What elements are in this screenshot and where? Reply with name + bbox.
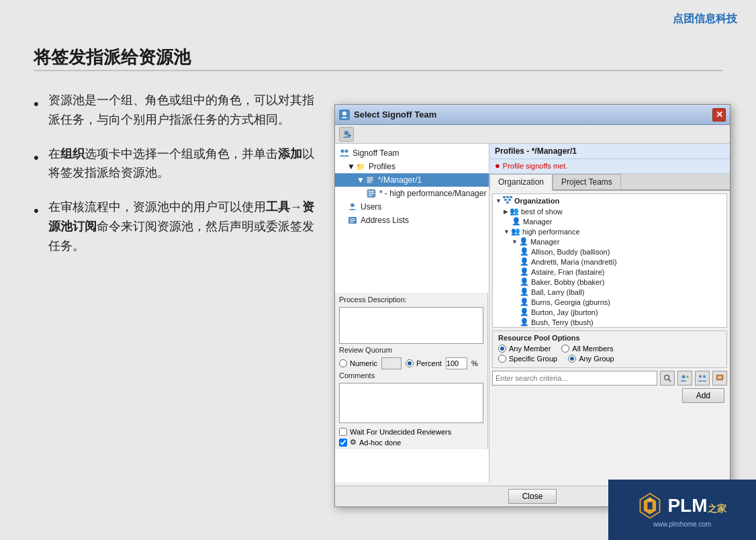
org-item-burns[interactable]: 👤 Burns, Georgia (gburns) xyxy=(493,297,726,307)
comments-input[interactable] xyxy=(339,383,483,423)
org-item-burton[interactable]: 👤 Burton, Jay (jburton) xyxy=(493,307,726,317)
adhoc-label: Ad-hoc done xyxy=(359,439,401,447)
svg-point-0 xyxy=(342,111,346,116)
process-description-input[interactable] xyxy=(339,307,483,344)
org-item-organization[interactable]: ▼ Organization xyxy=(493,195,726,206)
review-quorum-label: Review Quorum xyxy=(339,346,483,354)
org-item-label: Burns, Georgia (gburns) xyxy=(531,298,610,306)
expand-arrow: ▼ xyxy=(512,238,518,245)
svg-point-28 xyxy=(686,375,689,378)
dialog-titlebar: Select Signoff Team ✕ xyxy=(335,105,730,125)
percent-label: Percent xyxy=(416,359,442,367)
search-go-button[interactable] xyxy=(660,371,675,386)
tree-item-high-performance[interactable]: * - high performance/Manager xyxy=(335,187,489,200)
numeric-radio[interactable] xyxy=(339,359,347,367)
add-button-row: Add xyxy=(489,387,730,404)
plm-logo-section: PLM之家 www.plmhome.com xyxy=(608,480,756,540)
rp-specific-group-option[interactable]: Specific Group xyxy=(498,355,557,363)
plm-logo-icon xyxy=(638,492,662,519)
rp-specific-group-radio[interactable] xyxy=(498,355,506,363)
svg-point-27 xyxy=(682,375,686,379)
search-users-button[interactable] xyxy=(677,371,692,386)
tab-organization[interactable]: Organization xyxy=(489,174,553,191)
plm-text-group: PLM之家 xyxy=(667,495,726,516)
org-item-astaire[interactable]: 👤 Astaire, Fran (fastaire) xyxy=(493,267,726,277)
org-item-ball[interactable]: 👤 Ball, Larry (lball) xyxy=(493,287,726,297)
org-item-best-of-show[interactable]: ▶ 👥 best of show xyxy=(493,206,726,216)
numeric-label: Numeric xyxy=(350,359,377,367)
rp-any-member-label: Any Member xyxy=(509,345,551,353)
tree-item-profiles[interactable]: ▼ 📁 Profiles xyxy=(335,160,489,173)
rp-options-row1: Any Member All Members xyxy=(498,345,721,353)
org-tree-panel[interactable]: ▼ Organization ▶ 👥 best of show 👤 Manage… xyxy=(492,193,727,328)
numeric-option[interactable]: Numeric xyxy=(339,359,377,367)
team-icon xyxy=(339,148,350,159)
tree-item-users[interactable]: Users xyxy=(335,200,489,214)
org-item-label: Baker, Bobby (bbaker) xyxy=(531,278,604,286)
search-input[interactable] xyxy=(492,371,657,386)
page-title: 将签发指派给资源池 xyxy=(34,46,191,69)
svg-point-30 xyxy=(703,375,706,378)
percent-input[interactable] xyxy=(446,357,467,369)
tree-item-address-lists[interactable]: Address Lists xyxy=(335,214,489,227)
user-icon: 👤 xyxy=(520,247,529,256)
list-item: • 资源池是一个组、角色或组中的角色，可以对其指派任务，与向个别用户指派任务的方… xyxy=(34,91,322,130)
org-item-bush[interactable]: 👤 Bush, Terry (tbush) xyxy=(493,317,726,327)
dialog-title: Select Signoff Team xyxy=(339,109,436,120)
org-item-label: Manager xyxy=(523,218,552,226)
rp-all-members-option[interactable]: All Members xyxy=(561,345,613,353)
toolbar-add-icon[interactable] xyxy=(339,127,354,142)
rp-any-group-option[interactable]: Any Group xyxy=(568,355,614,363)
tree-item-label: Signoff Team xyxy=(352,148,399,158)
dialog-close-button[interactable]: ✕ xyxy=(712,108,726,122)
adhoc-done-row: ⚙ Ad-hoc done xyxy=(339,438,483,447)
signoff-text: Profile signoffs met. xyxy=(503,162,567,170)
process-description-label: Process Description: xyxy=(339,296,483,304)
org-item-allison[interactable]: 👤 Allison, Buddy (ballison) xyxy=(493,246,726,257)
org-item-baker[interactable]: 👤 Baker, Bobby (bbaker) xyxy=(493,277,726,287)
org-item-manager-1[interactable]: 👤 Manager xyxy=(493,216,726,226)
user-icon: 👤 xyxy=(520,308,529,316)
tree-item-label: */Manager/1 xyxy=(378,175,422,185)
user-icon: 👤 xyxy=(520,287,529,296)
search-groups-button[interactable] xyxy=(695,371,710,386)
percent-radio[interactable] xyxy=(406,359,414,367)
add-button[interactable]: Add xyxy=(682,388,724,403)
adhoc-done-checkbox[interactable] xyxy=(339,439,347,447)
rp-any-member-option[interactable]: Any Member xyxy=(498,345,551,353)
org-item-manager-2[interactable]: ▼ 👤 Manager xyxy=(493,236,726,246)
plm-logo-top: PLM之家 xyxy=(638,492,726,519)
rp-any-group-radio[interactable] xyxy=(568,355,576,363)
org-item-andretti[interactable]: 👤 Andretti, Maria (mandretti) xyxy=(493,257,726,267)
user-icon: 👤 xyxy=(520,257,529,266)
close-button[interactable]: Close xyxy=(508,489,557,504)
dialog-toolbar xyxy=(335,125,730,144)
numeric-input[interactable] xyxy=(381,357,401,369)
tree-item-signoff-team[interactable]: Signoff Team xyxy=(335,146,489,160)
expand-arrow: ▼ xyxy=(347,162,355,171)
org-item-label: best of show xyxy=(521,208,563,216)
rp-all-members-radio[interactable] xyxy=(561,345,569,353)
users-icon xyxy=(347,201,358,212)
tree-item-manager1[interactable]: ▼ */Manager/1 xyxy=(335,173,489,187)
bullet-dot: • xyxy=(34,92,39,116)
percent-option[interactable]: Percent xyxy=(406,359,442,367)
bullet-dot: • xyxy=(34,146,39,169)
svg-rect-22 xyxy=(504,199,507,201)
svg-rect-19 xyxy=(503,196,506,198)
bullet-text-2: 在组织选项卡中选择一个组或角色，并单击添加以将签发指派给资源池。 xyxy=(48,144,322,183)
svg-point-5 xyxy=(345,150,348,153)
signoff-icon: ● xyxy=(495,161,500,171)
wait-for-reviewers-checkbox[interactable] xyxy=(339,428,347,436)
profile-signoff-note: ● Profile signoffs met. xyxy=(489,159,730,174)
tree-item-label: Users xyxy=(361,202,381,212)
svg-rect-20 xyxy=(506,196,509,198)
rp-any-member-radio[interactable] xyxy=(498,345,506,353)
search-roles-button[interactable] xyxy=(712,371,727,386)
select-signoff-team-dialog: Select Signoff Team ✕ Signoff Team ▼ 📁 P… xyxy=(334,104,730,507)
profile-icon xyxy=(365,175,375,185)
tab-project-teams[interactable]: Project Teams xyxy=(553,174,621,189)
role-icon: 👤 xyxy=(519,237,528,246)
svg-line-26 xyxy=(669,379,671,382)
org-item-high-performance[interactable]: ▼ 👥 high performance xyxy=(493,226,726,236)
